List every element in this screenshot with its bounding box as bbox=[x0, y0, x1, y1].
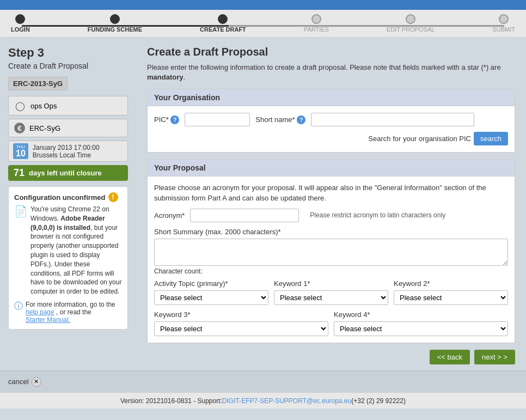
footer-text: Version: 20121016-0831 - Support: bbox=[120, 397, 222, 405]
cancel-label[interactable]: cancel bbox=[8, 378, 29, 386]
calendar-item: THU 10 January 2013 17:00:00 Brussels Lo… bbox=[8, 141, 128, 162]
proposal-section-header: Your Proposal bbox=[148, 160, 515, 176]
pdf-icon: 📄 bbox=[14, 205, 28, 296]
keyword4-col: Keyword 4* Please select bbox=[334, 311, 508, 336]
step-label-create: CREATE DRAFT bbox=[200, 26, 246, 33]
short-name-label: Short name* ? bbox=[255, 115, 305, 125]
org-form-row: PIC* ? Short name* ? bbox=[154, 113, 508, 126]
step-circle-edit bbox=[406, 14, 415, 24]
short-name-help-icon[interactable]: ? bbox=[297, 115, 305, 124]
pic-label: PIC* ? bbox=[154, 115, 179, 125]
keyword2-select[interactable]: Please select bbox=[394, 290, 508, 305]
next-button[interactable]: next > > bbox=[474, 350, 515, 364]
activity-topic-select[interactable]: Please select bbox=[154, 290, 268, 305]
step-login: LOGIN bbox=[11, 14, 30, 33]
nav-buttons-row: << back next > > bbox=[147, 350, 515, 364]
step-label-funding: FUNDING SCHEME bbox=[88, 26, 142, 33]
keyword2-label: Keyword 2* bbox=[394, 279, 508, 288]
org-section-header: Your Organisation bbox=[148, 89, 515, 106]
info-icon: ⓘ bbox=[14, 301, 23, 312]
days-left-text: days left until closure bbox=[29, 169, 102, 177]
user-icon: ◯ bbox=[14, 100, 26, 112]
step-title-sidebar: Create a Draft Proposal bbox=[8, 62, 128, 70]
info-text: For more information, go to the bbox=[26, 301, 115, 308]
pic-help-icon[interactable]: ? bbox=[170, 115, 179, 124]
search-pic-button[interactable]: search bbox=[474, 132, 508, 145]
info-section: ⓘ For more information, go to the help p… bbox=[14, 301, 122, 324]
content-area: Create a Draft Proposal Please enter the… bbox=[136, 38, 526, 370]
keyword1-label: Keyword 1* bbox=[274, 279, 388, 288]
scheme-tag: ERC-2013-SyG bbox=[8, 77, 68, 90]
starter-link[interactable]: Starter Manual. bbox=[26, 316, 70, 324]
main-layout: Step 3 Create a Draft Proposal ERC-2013-… bbox=[0, 38, 526, 370]
step-circle-funding bbox=[110, 14, 120, 24]
char-count-label: Character count: bbox=[154, 267, 203, 275]
search-row: Search for your organisation PIC search bbox=[154, 132, 508, 145]
summary-label-row: Short Summary (max. 2000 characters)* bbox=[154, 228, 508, 236]
cancel-x-button[interactable]: ✕ bbox=[32, 377, 41, 387]
step-edit: EDIT PROPOSAL bbox=[387, 14, 435, 33]
cal-datetime: January 2013 17:00:00 bbox=[33, 144, 100, 151]
back-button[interactable]: << back bbox=[430, 350, 470, 364]
acronym-row: Acronym* Please restrict acronym to lati… bbox=[154, 209, 508, 222]
warning-icon: ! bbox=[108, 192, 118, 202]
step-submit: SUBMIT bbox=[492, 14, 515, 33]
keyword3-label: Keyword 3* bbox=[154, 311, 328, 319]
calendar-icon: THU 10 bbox=[13, 143, 28, 159]
progress-bar: LOGIN FUNDING SCHEME CREATE DRAFT PARTIE… bbox=[0, 10, 526, 38]
scheme-label: ERC-SyG bbox=[29, 124, 60, 132]
acronym-input[interactable] bbox=[190, 209, 299, 222]
days-left-item: 71 days left until closure bbox=[8, 165, 128, 181]
desc-end: . bbox=[183, 73, 185, 81]
search-pic-label: Search for your organisation PIC bbox=[368, 135, 471, 143]
sidebar: Step 3 Create a Draft Proposal ERC-2013-… bbox=[0, 38, 136, 370]
step-circle-submit bbox=[499, 14, 509, 24]
bottom-bar: cancel ✕ bbox=[0, 370, 526, 392]
content-desc: Please enter the following information t… bbox=[147, 63, 515, 82]
cancel-area: cancel ✕ bbox=[8, 377, 41, 387]
euro-icon: € bbox=[14, 123, 25, 133]
short-name-input[interactable] bbox=[311, 113, 474, 126]
desc-text: Please enter the following information t… bbox=[147, 63, 501, 71]
organisation-section: Your Organisation PIC* ? Short name* ? S… bbox=[147, 89, 515, 153]
top-bar bbox=[0, 0, 526, 10]
step-circle-create bbox=[218, 14, 228, 24]
days-left-num: 71 bbox=[14, 167, 25, 179]
org-section-body: PIC* ? Short name* ? Search for your org… bbox=[148, 106, 515, 152]
acronym-hint: Please restrict acronym to latin charact… bbox=[310, 211, 445, 219]
activity-topic-col: Activity Topic (primary)* Please select bbox=[154, 279, 268, 305]
user-item: ◯ ops Ops bbox=[8, 96, 128, 115]
step-label-edit: EDIT PROPOSAL bbox=[387, 26, 435, 33]
proposal-section: Your Proposal Please choose an acronym f… bbox=[147, 159, 515, 343]
step-label-login: LOGIN bbox=[11, 26, 30, 33]
support-email[interactable]: DIGIT-EFP7-SEP-SUPPORT@ec.europa.eu bbox=[222, 397, 351, 405]
cal-timezone: Brussels Local Time bbox=[33, 151, 100, 159]
step-label-submit: SUBMIT bbox=[492, 26, 515, 33]
step-create-draft: CREATE DRAFT bbox=[200, 14, 246, 33]
keyword-row1: Activity Topic (primary)* Please select … bbox=[154, 279, 508, 305]
step-parties: PARTIES bbox=[304, 14, 329, 33]
summary-label: Short Summary (max. 2000 characters)* bbox=[154, 228, 281, 236]
summary-textarea[interactable] bbox=[154, 239, 508, 266]
keyword1-select[interactable]: Please select bbox=[274, 290, 388, 305]
scheme-item: € ERC-SyG bbox=[8, 119, 128, 137]
config-title-text: Configuration unconfirmed bbox=[14, 193, 106, 202]
step-label-parties: PARTIES bbox=[304, 26, 329, 33]
cal-day-num: 10 bbox=[16, 149, 26, 158]
content-title: Create a Draft Proposal bbox=[147, 46, 515, 58]
step-funding: FUNDING SCHEME bbox=[88, 14, 142, 33]
acronym-label: Acronym* bbox=[154, 211, 185, 220]
proposal-section-body: Please choose an acronym for your propos… bbox=[148, 176, 515, 342]
help-link[interactable]: help page bbox=[26, 308, 54, 316]
footer: Version: 20121016-0831 - Support: DIGIT-… bbox=[0, 392, 526, 409]
keyword3-select[interactable]: Please select bbox=[154, 321, 328, 336]
keyword4-label: Keyword 4* bbox=[334, 311, 508, 319]
footer-phone: (+32 (2) 29 92222) bbox=[351, 397, 406, 405]
keyword4-select[interactable]: Please select bbox=[334, 321, 508, 336]
pic-input[interactable] bbox=[185, 113, 250, 126]
config-warning: Configuration unconfirmed ! 📄 You're usi… bbox=[8, 186, 128, 330]
config-text: You're using Chrome 22 on Windows. Adobe… bbox=[30, 205, 122, 296]
user-label: ops Ops bbox=[30, 102, 57, 110]
keyword2-col: Keyword 2* Please select bbox=[394, 279, 508, 305]
proposal-desc: Please choose an acronym for your propos… bbox=[154, 183, 508, 203]
